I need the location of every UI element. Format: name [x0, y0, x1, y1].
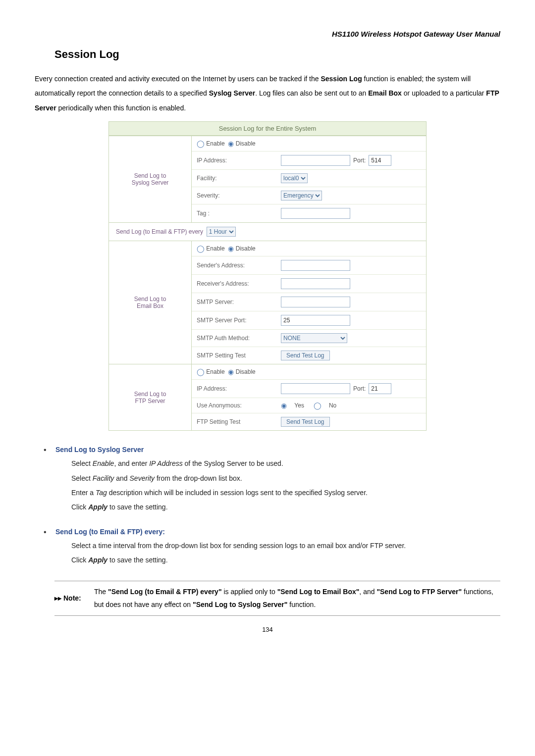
yes-label: Yes — [294, 402, 304, 409]
session-log-panel: Session Log for the Entire System Send L… — [108, 121, 427, 431]
instruction-list: Send Log to Syslog Server Select Enable,… — [44, 446, 500, 567]
ftp-section-label: Send Log to FTP Server — [109, 364, 192, 430]
note-block: ▸▸Note: The "Send Log (to Email & FTP) e… — [54, 581, 500, 616]
syslog-section-label: Send Log to Syslog Server — [109, 136, 192, 222]
intro-bold: Syslog Server — [209, 89, 255, 97]
syslog-tag-label: Tag : — [197, 210, 281, 217]
page-title: Session Log — [54, 48, 500, 61]
bullet-body: Select a time interval from the drop-dow… — [55, 539, 500, 568]
radio-icon[interactable]: ◯ — [197, 245, 205, 252]
ftp-test-button[interactable]: Send Test Log — [281, 417, 330, 427]
smtp-auth-select[interactable]: NONE — [281, 333, 347, 343]
radio-icon[interactable]: ◉ — [228, 140, 234, 148]
intro-bold: Session Log — [321, 75, 362, 83]
syslog-enable-row: ◯ Enable ◉ Disable — [192, 136, 426, 151]
ftp-section: Send Log to FTP Server ◯ Enable ◉ Disabl… — [109, 364, 426, 430]
email-section-label: Send Log to Email Box — [109, 241, 192, 364]
ftp-port-label: Port: — [353, 385, 366, 392]
radio-icon[interactable]: ◉ — [228, 245, 234, 252]
email-sender-label: Sender's Address: — [197, 262, 281, 269]
enable-label: Enable — [206, 245, 224, 252]
syslog-ip-label: IP Address: — [197, 157, 281, 164]
disable-label: Disable — [236, 368, 256, 375]
radio-icon[interactable]: ◯ — [197, 140, 205, 148]
disable-label: Disable — [236, 245, 256, 252]
intro-text: periodically when this function is enabl… — [56, 104, 186, 112]
ftp-test-label: FTP Setting Test — [197, 418, 281, 425]
list-item: Send Log to Syslog Server Select Enable,… — [44, 446, 500, 515]
enable-label: Enable — [206, 368, 224, 375]
disable-label: Disable — [236, 140, 256, 147]
smtp-port-label: SMTP Server Port: — [197, 317, 281, 324]
intro-text: . Log files can also be sent out to an — [255, 89, 368, 97]
smtp-auth-label: SMTP Auth Method: — [197, 335, 281, 342]
interval-select[interactable]: 1 Hour — [207, 227, 236, 237]
smtp-test-button[interactable]: Send Test Log — [281, 351, 330, 360]
page-number: 134 — [35, 626, 500, 633]
radio-icon[interactable]: ◯ — [197, 368, 205, 376]
intro-paragraph: Every connection created and activity ex… — [35, 72, 500, 115]
syslog-severity-select[interactable]: Emergency — [281, 191, 322, 201]
bullet-title: Send Log to Syslog Server — [55, 446, 500, 454]
intro-text: or uploaded to a particular — [402, 89, 486, 97]
ftp-ip-label: IP Address: — [197, 385, 281, 392]
syslog-ip-input[interactable] — [281, 155, 350, 166]
note-label: ▸▸Note: — [54, 585, 94, 611]
intro-bold: Email Box — [368, 89, 402, 97]
smtp-port-input[interactable] — [281, 315, 350, 326]
enable-label: Enable — [206, 140, 224, 147]
note-text: The "Send Log (to Email & FTP) every" is… — [94, 585, 500, 611]
radio-icon[interactable]: ◯ — [314, 402, 321, 409]
smtp-test-label: SMTP Setting Test — [197, 352, 281, 359]
syslog-severity-label: Severity: — [197, 192, 281, 199]
ftp-ip-input[interactable] — [281, 383, 350, 394]
intro-text: Every connection created and activity ex… — [35, 75, 321, 83]
syslog-facility-label: Facility: — [197, 175, 281, 182]
doc-header: HS1100 Wireless Hotspot Gateway User Man… — [35, 30, 500, 38]
syslog-facility-select[interactable]: local0 — [281, 173, 308, 183]
smtp-server-label: SMTP Server: — [197, 299, 281, 305]
email-receiver-input[interactable] — [281, 278, 350, 289]
ftp-port-input[interactable] — [369, 383, 391, 394]
ftp-anon-label: Use Anonymous: — [197, 402, 281, 409]
bullet-body: Select Enable, and enter IP Address of t… — [55, 456, 500, 515]
list-item: Send Log (to Email & FTP) every: Select … — [44, 528, 500, 568]
syslog-section: Send Log to Syslog Server ◯ Enable ◉ Dis… — [109, 136, 426, 222]
note-icon: ▸▸ — [54, 594, 61, 602]
email-sender-input[interactable] — [281, 260, 350, 271]
syslog-port-label: Port: — [353, 157, 366, 164]
email-section: Send Log to Email Box ◯ Enable ◉ Disable… — [109, 241, 426, 364]
radio-icon[interactable]: ◉ — [228, 368, 234, 376]
radio-icon[interactable]: ◉ — [281, 402, 287, 409]
syslog-port-input[interactable] — [369, 155, 391, 166]
email-receiver-label: Receiver's Address: — [197, 280, 281, 287]
panel-caption: Session Log for the Entire System — [109, 122, 426, 136]
no-label: No — [329, 402, 336, 409]
smtp-server-input[interactable] — [281, 297, 350, 307]
syslog-tag-input[interactable] — [281, 208, 350, 219]
interval-label: Send Log (to Email & FTP) every — [116, 228, 203, 235]
bullet-title: Send Log (to Email & FTP) every: — [55, 528, 500, 536]
interval-row: Send Log (to Email & FTP) every 1 Hour — [109, 222, 426, 241]
